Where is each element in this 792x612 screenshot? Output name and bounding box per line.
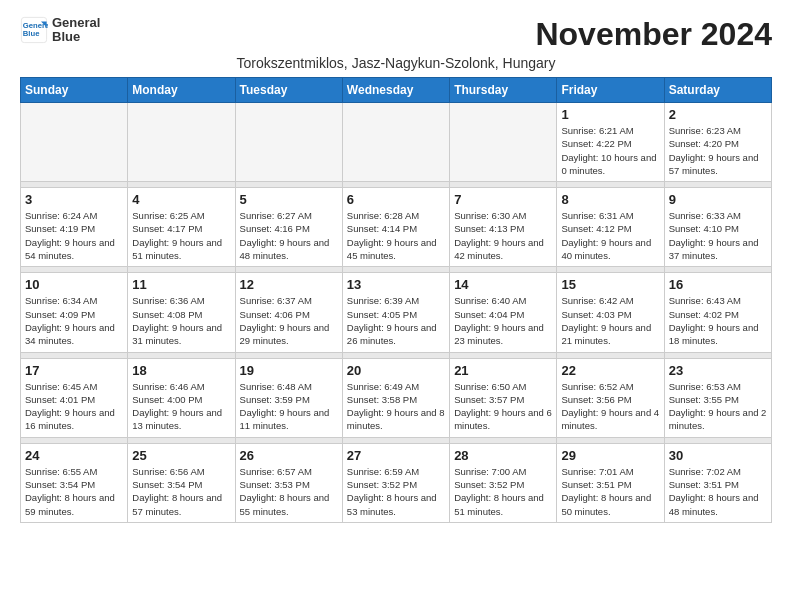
- day-info: Sunrise: 6:30 AM Sunset: 4:13 PM Dayligh…: [454, 209, 552, 262]
- header-friday: Friday: [557, 78, 664, 103]
- calendar-table: Sunday Monday Tuesday Wednesday Thursday…: [20, 77, 772, 523]
- header-monday: Monday: [128, 78, 235, 103]
- day-info: Sunrise: 6:56 AM Sunset: 3:54 PM Dayligh…: [132, 465, 230, 518]
- day-info: Sunrise: 6:24 AM Sunset: 4:19 PM Dayligh…: [25, 209, 123, 262]
- day-info: Sunrise: 6:39 AM Sunset: 4:05 PM Dayligh…: [347, 294, 445, 347]
- day-info: Sunrise: 6:57 AM Sunset: 3:53 PM Dayligh…: [240, 465, 338, 518]
- day-number: 22: [561, 363, 659, 378]
- day-number: 11: [132, 277, 230, 292]
- day-cell-3-2: 19Sunrise: 6:48 AM Sunset: 3:59 PM Dayli…: [235, 358, 342, 437]
- day-cell-1-2: 5Sunrise: 6:27 AM Sunset: 4:16 PM Daylig…: [235, 188, 342, 267]
- day-info: Sunrise: 6:40 AM Sunset: 4:04 PM Dayligh…: [454, 294, 552, 347]
- day-number: 1: [561, 107, 659, 122]
- header-sunday: Sunday: [21, 78, 128, 103]
- logo-line1: General: [52, 16, 100, 30]
- day-number: 30: [669, 448, 767, 463]
- logo-line2: Blue: [52, 30, 100, 44]
- header-tuesday: Tuesday: [235, 78, 342, 103]
- day-number: 2: [669, 107, 767, 122]
- day-info: Sunrise: 6:34 AM Sunset: 4:09 PM Dayligh…: [25, 294, 123, 347]
- day-info: Sunrise: 6:37 AM Sunset: 4:06 PM Dayligh…: [240, 294, 338, 347]
- day-cell-4-3: 27Sunrise: 6:59 AM Sunset: 3:52 PM Dayli…: [342, 443, 449, 522]
- day-info: Sunrise: 6:33 AM Sunset: 4:10 PM Dayligh…: [669, 209, 767, 262]
- day-number: 17: [25, 363, 123, 378]
- day-cell-2-6: 16Sunrise: 6:43 AM Sunset: 4:02 PM Dayli…: [664, 273, 771, 352]
- week-row-2: 3Sunrise: 6:24 AM Sunset: 4:19 PM Daylig…: [21, 188, 772, 267]
- header-thursday: Thursday: [450, 78, 557, 103]
- day-number: 15: [561, 277, 659, 292]
- day-cell-2-1: 11Sunrise: 6:36 AM Sunset: 4:08 PM Dayli…: [128, 273, 235, 352]
- day-info: Sunrise: 7:00 AM Sunset: 3:52 PM Dayligh…: [454, 465, 552, 518]
- day-number: 27: [347, 448, 445, 463]
- day-number: 24: [25, 448, 123, 463]
- day-number: 7: [454, 192, 552, 207]
- day-info: Sunrise: 6:28 AM Sunset: 4:14 PM Dayligh…: [347, 209, 445, 262]
- day-number: 9: [669, 192, 767, 207]
- logo-text: General Blue: [52, 16, 100, 45]
- day-info: Sunrise: 6:52 AM Sunset: 3:56 PM Dayligh…: [561, 380, 659, 433]
- day-number: 18: [132, 363, 230, 378]
- page: General Blue General Blue November 2024 …: [0, 0, 792, 533]
- day-cell-4-4: 28Sunrise: 7:00 AM Sunset: 3:52 PM Dayli…: [450, 443, 557, 522]
- day-info: Sunrise: 7:02 AM Sunset: 3:51 PM Dayligh…: [669, 465, 767, 518]
- day-info: Sunrise: 6:59 AM Sunset: 3:52 PM Dayligh…: [347, 465, 445, 518]
- day-number: 25: [132, 448, 230, 463]
- day-number: 26: [240, 448, 338, 463]
- day-cell-2-3: 13Sunrise: 6:39 AM Sunset: 4:05 PM Dayli…: [342, 273, 449, 352]
- day-number: 21: [454, 363, 552, 378]
- day-cell-0-4: [450, 103, 557, 182]
- week-row-3: 10Sunrise: 6:34 AM Sunset: 4:09 PM Dayli…: [21, 273, 772, 352]
- day-cell-2-0: 10Sunrise: 6:34 AM Sunset: 4:09 PM Dayli…: [21, 273, 128, 352]
- day-number: 5: [240, 192, 338, 207]
- day-info: Sunrise: 6:46 AM Sunset: 4:00 PM Dayligh…: [132, 380, 230, 433]
- week-row-4: 17Sunrise: 6:45 AM Sunset: 4:01 PM Dayli…: [21, 358, 772, 437]
- day-info: Sunrise: 6:21 AM Sunset: 4:22 PM Dayligh…: [561, 124, 659, 177]
- day-cell-1-3: 6Sunrise: 6:28 AM Sunset: 4:14 PM Daylig…: [342, 188, 449, 267]
- subtitle: Torokszentmiklos, Jasz-Nagykun-Szolonk, …: [20, 55, 772, 71]
- day-number: 3: [25, 192, 123, 207]
- day-info: Sunrise: 6:49 AM Sunset: 3:58 PM Dayligh…: [347, 380, 445, 433]
- day-info: Sunrise: 6:43 AM Sunset: 4:02 PM Dayligh…: [669, 294, 767, 347]
- day-cell-4-5: 29Sunrise: 7:01 AM Sunset: 3:51 PM Dayli…: [557, 443, 664, 522]
- day-info: Sunrise: 6:55 AM Sunset: 3:54 PM Dayligh…: [25, 465, 123, 518]
- day-number: 13: [347, 277, 445, 292]
- day-cell-0-5: 1Sunrise: 6:21 AM Sunset: 4:22 PM Daylig…: [557, 103, 664, 182]
- day-info: Sunrise: 6:42 AM Sunset: 4:03 PM Dayligh…: [561, 294, 659, 347]
- day-cell-4-6: 30Sunrise: 7:02 AM Sunset: 3:51 PM Dayli…: [664, 443, 771, 522]
- day-cell-2-2: 12Sunrise: 6:37 AM Sunset: 4:06 PM Dayli…: [235, 273, 342, 352]
- day-number: 8: [561, 192, 659, 207]
- day-cell-0-3: [342, 103, 449, 182]
- weekday-header-row: Sunday Monday Tuesday Wednesday Thursday…: [21, 78, 772, 103]
- day-number: 12: [240, 277, 338, 292]
- day-info: Sunrise: 6:27 AM Sunset: 4:16 PM Dayligh…: [240, 209, 338, 262]
- day-cell-3-1: 18Sunrise: 6:46 AM Sunset: 4:00 PM Dayli…: [128, 358, 235, 437]
- day-info: Sunrise: 6:48 AM Sunset: 3:59 PM Dayligh…: [240, 380, 338, 433]
- day-cell-3-4: 21Sunrise: 6:50 AM Sunset: 3:57 PM Dayli…: [450, 358, 557, 437]
- day-info: Sunrise: 6:23 AM Sunset: 4:20 PM Dayligh…: [669, 124, 767, 177]
- day-cell-3-5: 22Sunrise: 6:52 AM Sunset: 3:56 PM Dayli…: [557, 358, 664, 437]
- day-info: Sunrise: 6:50 AM Sunset: 3:57 PM Dayligh…: [454, 380, 552, 433]
- day-cell-1-6: 9Sunrise: 6:33 AM Sunset: 4:10 PM Daylig…: [664, 188, 771, 267]
- day-cell-4-2: 26Sunrise: 6:57 AM Sunset: 3:53 PM Dayli…: [235, 443, 342, 522]
- svg-text:Blue: Blue: [23, 30, 40, 39]
- day-cell-1-5: 8Sunrise: 6:31 AM Sunset: 4:12 PM Daylig…: [557, 188, 664, 267]
- day-info: Sunrise: 6:25 AM Sunset: 4:17 PM Dayligh…: [132, 209, 230, 262]
- day-cell-0-1: [128, 103, 235, 182]
- month-title: November 2024: [535, 16, 772, 53]
- day-cell-0-0: [21, 103, 128, 182]
- day-info: Sunrise: 6:31 AM Sunset: 4:12 PM Dayligh…: [561, 209, 659, 262]
- day-cell-0-6: 2Sunrise: 6:23 AM Sunset: 4:20 PM Daylig…: [664, 103, 771, 182]
- day-cell-4-1: 25Sunrise: 6:56 AM Sunset: 3:54 PM Dayli…: [128, 443, 235, 522]
- title-block: November 2024: [535, 16, 772, 53]
- logo: General Blue General Blue: [20, 16, 100, 45]
- day-number: 23: [669, 363, 767, 378]
- day-number: 14: [454, 277, 552, 292]
- day-cell-3-0: 17Sunrise: 6:45 AM Sunset: 4:01 PM Dayli…: [21, 358, 128, 437]
- header: General Blue General Blue November 2024: [20, 16, 772, 53]
- day-number: 4: [132, 192, 230, 207]
- day-cell-4-0: 24Sunrise: 6:55 AM Sunset: 3:54 PM Dayli…: [21, 443, 128, 522]
- day-number: 20: [347, 363, 445, 378]
- day-info: Sunrise: 6:53 AM Sunset: 3:55 PM Dayligh…: [669, 380, 767, 433]
- week-row-5: 24Sunrise: 6:55 AM Sunset: 3:54 PM Dayli…: [21, 443, 772, 522]
- day-cell-3-3: 20Sunrise: 6:49 AM Sunset: 3:58 PM Dayli…: [342, 358, 449, 437]
